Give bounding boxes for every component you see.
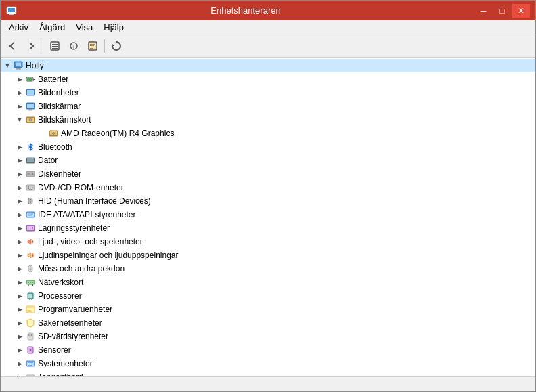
menu-visa[interactable]: Visa [70,21,98,34]
tree-label-lagring: Lagringsstyrenheter [38,223,110,233]
svg-point-62 [28,282,29,283]
window-title: Enhetshanteraren [17,5,474,16]
tree-label-bildskärmskort: Bildskärmskort [38,115,91,125]
tree-node-sd[interactable]: SD-värdstyrenheter [1,330,535,343]
svg-rect-29 [28,110,32,111]
expand-arrow-dator[interactable] [14,155,25,166]
tree-node-bildskärmar[interactable]: Bildskärmar [1,100,535,113]
svg-rect-92 [28,365,32,366]
svg-point-32 [29,118,32,121]
expand-arrow-holly[interactable] [2,60,13,71]
amd-icon [48,128,59,139]
device-tree[interactable]: Holly Batterier Bildenheter [1,58,535,376]
tree-node-tangentbord[interactable]: Tangentbord [1,370,535,376]
svg-rect-6 [52,46,58,47]
tree-node-diskenheter[interactable]: Diskenheter [1,167,535,181]
programvara-icon [25,304,36,315]
diskenheter-icon [25,169,36,179]
expand-arrow-systemenheter[interactable] [14,358,25,369]
tree-node-ljudinspelning[interactable]: Ljudinspelningar och ljuduppspelningar [1,248,535,262]
back-button[interactable] [3,37,21,55]
tree-node-amd[interactable]: AMD Radeon(TM) R4 Graphics [1,127,535,140]
tree-node-hid[interactable]: HID (Human Interface Devices) [1,194,535,208]
show-tree-button[interactable] [46,37,64,55]
expand-arrow-batterier[interactable] [14,74,25,85]
svg-rect-61 [32,284,34,286]
tree-node-bildenheter[interactable]: Bildenheter [1,86,535,100]
tree-node-holly[interactable]: Holly [1,59,535,72]
hid-icon [25,196,36,206]
title-bar-controls: ─ □ ✕ [474,4,530,18]
tree-node-sakerhet[interactable]: Säkerhetsenheter [1,316,535,330]
tree-label-sd: SD-värdstyrenheter [38,332,108,341]
tree-node-ljud[interactable]: Ljud-, video- och spelenheter [1,235,535,248]
expand-arrow-ljudinspelning[interactable] [14,250,25,261]
tree-node-processorer[interactable]: Processorer [1,289,535,303]
svg-rect-22 [33,79,35,80]
expand-arrow-ide[interactable] [14,209,25,220]
expand-arrow-bildskärmskort[interactable] [14,114,25,125]
tree-label-natverk: Nätverkskort [38,278,83,287]
tree-node-sensorer[interactable]: Sensorer [1,343,535,357]
expand-arrow-processorer[interactable] [14,290,25,301]
tree-node-dator[interactable]: Dator [1,154,535,167]
tree-label-sensorer: Sensorer [38,345,71,355]
help-button[interactable] [84,37,102,55]
tree-node-ide[interactable]: IDE ATA/ATAPI-styrenheter [1,208,535,221]
expand-arrow-sensorer[interactable] [14,345,25,355]
expand-arrow-bildenheter[interactable] [14,87,25,98]
svg-rect-71 [29,292,30,293]
svg-rect-14 [90,47,95,47]
expand-arrow-lagring[interactable] [14,223,25,234]
svg-rect-7 [52,48,58,49]
menu-hjalp[interactable]: Hjälp [98,21,129,34]
menu-atgard[interactable]: Åtgärd [34,21,70,34]
expand-arrow-programvara[interactable] [14,304,25,315]
expand-arrow-hid[interactable] [14,196,25,206]
natverk-icon [25,277,36,288]
expand-arrow-natverk[interactable] [14,277,25,288]
tree-label-ljud: Ljud-, video- och spelenheter [38,237,143,246]
restore-button[interactable]: □ [493,4,511,18]
tree-node-moss[interactable]: Möss och andra pekdon [1,262,535,276]
forward-button[interactable] [22,37,40,55]
expand-arrow-moss[interactable] [14,263,25,274]
expand-arrow-diskenheter[interactable] [14,169,25,179]
expand-arrow-tangentbord[interactable] [14,372,25,376]
tree-node-batterier[interactable]: Batterier [1,72,535,86]
processorer-icon [25,290,36,301]
svg-point-87 [30,349,31,351]
properties-button[interactable]: i [65,37,83,55]
tree-node-natverk[interactable]: Nätverkskort [1,276,535,289]
expand-arrow-ljud[interactable] [14,236,25,247]
expand-arrow-bluetooth[interactable] [14,141,25,152]
expand-arrow-sakerhet[interactable] [14,318,25,328]
ljud-icon [25,236,36,247]
computer-icon [13,60,24,71]
scan-button[interactable] [108,37,125,55]
svg-rect-28 [29,109,32,110]
tree-node-systemenheter[interactable]: Systemenheter [1,357,535,370]
close-button[interactable]: ✕ [512,4,530,18]
expand-arrow-bildskärmar[interactable] [14,101,25,112]
svg-rect-73 [29,299,30,300]
expand-arrow-sd[interactable] [14,331,25,342]
tree-node-lagring[interactable]: Lagringsstyrenheter [1,221,535,235]
svg-rect-90 [28,362,33,363]
tree-node-bildskärmskort[interactable]: Bildskärmskort [1,113,535,127]
svg-rect-79 [27,311,32,312]
svg-rect-84 [31,334,32,336]
menu-arkiv[interactable]: Arkiv [3,21,34,34]
tree-node-bluetooth[interactable]: Bluetooth [1,140,535,154]
tree-label-ide: IDE ATA/ATAPI-styrenheter [38,210,136,219]
svg-rect-68 [26,297,28,297]
lagring-icon [25,223,36,234]
svg-rect-60 [28,284,29,286]
minimize-button[interactable]: ─ [474,4,492,18]
battery-icon [25,74,36,85]
tree-node-dvd[interactable]: DVD-/CD-ROM-enheter [1,181,535,194]
svg-rect-67 [26,295,28,295]
expand-arrow-dvd[interactable] [14,182,25,193]
svg-rect-23 [27,78,32,81]
tree-node-programvara[interactable]: Programvaruenheter [1,303,535,316]
